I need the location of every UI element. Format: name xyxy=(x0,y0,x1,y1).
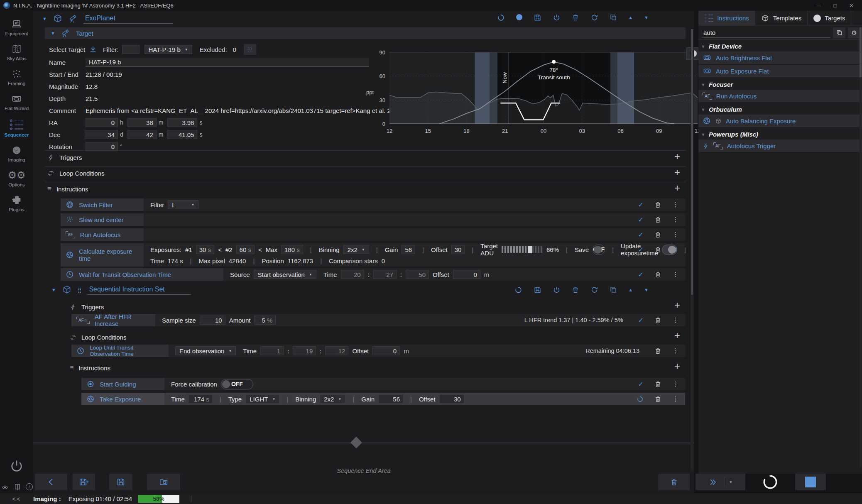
ra-hours-input[interactable]: 0 xyxy=(86,118,118,127)
palette-item-auto-exposure-flat[interactable]: Auto Exposure Flat xyxy=(698,65,862,77)
save-toggle[interactable]: OFF xyxy=(593,245,605,255)
power-icon[interactable] xyxy=(553,13,561,22)
collapse-target-icon[interactable]: ▼ xyxy=(51,31,55,36)
instruction-search-input[interactable]: auto xyxy=(702,28,830,38)
save-icon[interactable] xyxy=(534,286,541,294)
save-as-button[interactable]: + xyxy=(73,474,95,490)
back-button[interactable] xyxy=(35,474,67,490)
settings-gears-icon[interactable]: ⚙ xyxy=(848,27,860,38)
sidebar-item-framing[interactable]: Framing xyxy=(0,65,33,90)
instruction-row-slew-and-center[interactable]: Slew and center ✓ ⋮ xyxy=(61,213,685,226)
collapse-sequence-icon[interactable]: ▼ xyxy=(42,16,47,21)
loop-condition-row-transit[interactable]: Loop Until Transit Observation Time End … xyxy=(71,345,685,357)
sample-size-input[interactable]: 10 xyxy=(200,316,225,325)
add-set-loop-condition-button[interactable]: + xyxy=(673,332,682,339)
ra-minutes-input[interactable]: 38 xyxy=(127,118,157,127)
maximize-button[interactable]: □ xyxy=(833,2,837,9)
skip-options-caret-icon[interactable]: ▼ xyxy=(729,480,732,484)
skip-instruction-button[interactable]: ▼ xyxy=(695,474,745,490)
add-trigger-button[interactable]: + xyxy=(673,153,682,160)
loop-conditions-section-header[interactable]: Loop Conditions xyxy=(47,168,104,179)
open-sequence-button[interactable] xyxy=(147,474,180,490)
sidebar-item-imaging[interactable]: Imaging xyxy=(0,141,33,166)
kebab-menu-icon[interactable]: ⋮ xyxy=(672,316,678,324)
wait-minutes-input[interactable]: 27 xyxy=(373,270,397,279)
save-button[interactable] xyxy=(109,474,132,490)
duplicate-icon[interactable] xyxy=(610,13,617,21)
splitter-handle[interactable] xyxy=(350,437,362,448)
wait-seconds-input[interactable]: 50 xyxy=(406,270,429,279)
ra-seconds-input[interactable]: 3.98 xyxy=(167,118,197,127)
exposure-max-input[interactable]: 180 s xyxy=(281,245,303,254)
close-button[interactable]: ✕ xyxy=(849,2,854,9)
minimize-button[interactable]: — xyxy=(815,2,821,9)
reset-icon[interactable] xyxy=(590,13,598,22)
trash-icon[interactable] xyxy=(572,286,579,294)
exposure-time-input[interactable]: 174 s xyxy=(189,394,213,404)
loop-minutes-input[interactable]: 19 xyxy=(293,346,316,355)
gain-input[interactable]: 56 xyxy=(378,394,403,404)
loop-seconds-input[interactable]: 12 xyxy=(325,346,348,355)
binning-dropdown[interactable]: 2x2▼ xyxy=(343,245,369,254)
add-set-instruction-button[interactable]: + xyxy=(673,362,682,370)
collapse-set-icon[interactable]: ▼ xyxy=(51,287,56,292)
amount-input[interactable]: 5 % xyxy=(254,316,276,325)
sidebar-item-options[interactable]: ⚙⚙ Options xyxy=(0,166,33,191)
tab-instructions[interactable]: ☆ ══☆ ══☆ ══ Instructions xyxy=(698,11,755,25)
palette-item-auto-brightness-flat[interactable]: Auto Brightness Flat xyxy=(698,51,862,64)
discard-sequence-button[interactable] xyxy=(658,474,690,490)
group-header-flat-device[interactable]: ▼Flat Device xyxy=(698,40,862,51)
kebab-menu-icon[interactable]: ⋮ xyxy=(672,216,678,223)
target-adu-slider[interactable] xyxy=(502,246,543,253)
right-panel-scrollbar[interactable] xyxy=(860,27,862,467)
run-indicator-icon[interactable] xyxy=(516,14,522,20)
instruction-row-take-exposure[interactable]: Take Exposure Time 174 s | Type LIGHT▼ |… xyxy=(81,393,685,405)
instructions-section-header[interactable]: ≡ Instructions xyxy=(47,183,88,194)
collapse-sidebar-button[interactable]: << xyxy=(0,495,33,502)
sidebar-item-sky-atlas[interactable]: Sky Atlas xyxy=(0,40,33,65)
set-title-input[interactable]: Sequential Instruction Set xyxy=(87,285,191,295)
power-button[interactable] xyxy=(9,459,24,474)
filter-dropdown[interactable]: L▼ xyxy=(168,200,198,209)
trash-icon[interactable] xyxy=(654,395,661,403)
reset-icon[interactable] xyxy=(590,286,598,294)
drag-handle-icon[interactable]: ⣿ xyxy=(78,287,82,293)
wait-source-dropdown[interactable]: Start observation▼ xyxy=(254,270,316,279)
instruction-row-run-autofocus[interactable]: AF Run Autofocus ✓ ⋮ xyxy=(61,228,685,241)
set-loop-conditions-header[interactable]: Loop Conditions xyxy=(70,332,126,343)
dec-degrees-input[interactable]: 34 xyxy=(86,130,118,139)
instruction-row-start-guiding[interactable]: Start Guiding Force calibration OFF ✓ ⋮ xyxy=(81,378,685,390)
sidebar-item-plugins[interactable]: Plugins xyxy=(0,191,33,216)
target-select-dropdown[interactable]: HAT-P-19 b▼ xyxy=(144,45,192,54)
exposure1-input[interactable]: 30 s xyxy=(196,245,214,254)
offset-input[interactable]: 30 xyxy=(439,394,464,404)
offset-input[interactable]: 30 xyxy=(451,245,465,254)
force-calibration-toggle[interactable]: OFF xyxy=(221,379,253,389)
sidebar-item-sequencer[interactable]: ☆ ═══☆ ═══☆ ═══ Sequencer xyxy=(0,115,33,141)
kebab-menu-icon[interactable]: ⋮ xyxy=(672,201,678,208)
group-header-orbuculum[interactable]: ▼Orbuculum xyxy=(698,103,862,115)
trigger-row-af-after-hfr[interactable]: AF☆ AF After HFR Increase Sample size 10… xyxy=(71,314,685,326)
main-scrollbar[interactable] xyxy=(691,29,693,471)
instruction-row-switch-filter[interactable]: Switch Filter Filter L▼ ✓ ⋮ xyxy=(61,198,685,211)
target-name-input[interactable]: HAT-P-19 b xyxy=(86,58,369,67)
image-type-dropdown[interactable]: LIGHT▼ xyxy=(245,394,279,404)
palette-item-run-autofocus[interactable]: AF Run Autofocus xyxy=(698,90,862,102)
binning-dropdown[interactable]: 2x2▼ xyxy=(320,394,345,404)
download-target-icon[interactable] xyxy=(89,45,97,54)
tab-targets[interactable]: Targets xyxy=(808,11,851,25)
group-header-powerups-misc[interactable]: ▼Powerups (Misc) xyxy=(698,128,862,139)
target-panel-header[interactable]: ▼ Target xyxy=(45,27,686,39)
trash-icon[interactable] xyxy=(572,13,579,21)
trash-icon[interactable] xyxy=(654,271,661,279)
instruction-row-calculate-exposure-time[interactable]: Calculate exposure time Exposures: #1 30… xyxy=(61,243,685,267)
triggers-section-header[interactable]: Triggers xyxy=(47,152,82,163)
trash-icon[interactable] xyxy=(654,316,661,324)
target-filter-input[interactable] xyxy=(122,45,140,54)
kebab-menu-icon[interactable]: ⋮ xyxy=(672,395,678,403)
trash-icon[interactable] xyxy=(654,380,661,388)
loop-source-dropdown[interactable]: End observation▼ xyxy=(175,346,236,355)
add-loop-condition-button[interactable]: + xyxy=(673,169,682,176)
collapse-all-icon[interactable] xyxy=(833,27,845,38)
stop-sequence-button[interactable] xyxy=(795,474,826,490)
